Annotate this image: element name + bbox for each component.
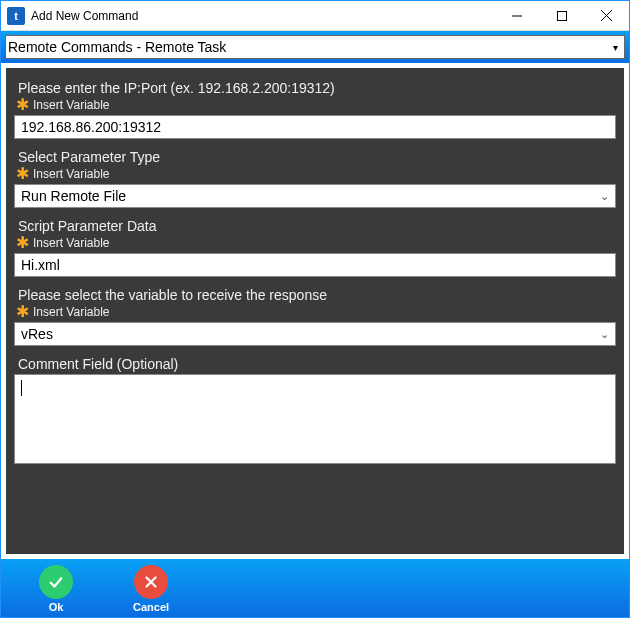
insert-variable-label: Insert Variable [33, 98, 109, 112]
field-response-var: Please select the variable to receive th… [14, 285, 616, 346]
response-var-select[interactable]: vRes ⌄ [14, 322, 616, 346]
script-data-input[interactable]: Hi.xml [14, 253, 616, 277]
star-icon: ✱ [16, 306, 29, 318]
cancel-button[interactable]: Cancel [133, 565, 169, 613]
maximize-icon [557, 11, 567, 21]
ok-button[interactable]: Ok [39, 565, 73, 613]
star-icon: ✱ [16, 168, 29, 180]
field-comment: Comment Field (Optional) [14, 354, 616, 464]
field-param-type: Select Parameter Type ✱ Insert Variable … [14, 147, 616, 208]
field-ipport: Please enter the IP:Port (ex. 192.168.2.… [14, 78, 616, 139]
response-var-insert-variable[interactable]: ✱ Insert Variable [14, 305, 616, 322]
command-select[interactable]: Remote Commands - Remote Task ▾ [5, 35, 625, 59]
script-data-value: Hi.xml [21, 257, 60, 273]
insert-variable-label: Insert Variable [33, 167, 109, 181]
insert-variable-label: Insert Variable [33, 236, 109, 250]
app-icon: t [7, 7, 25, 25]
param-type-select[interactable]: Run Remote File ⌄ [14, 184, 616, 208]
close-icon [134, 565, 168, 599]
maximize-button[interactable] [539, 1, 584, 31]
ipport-insert-variable[interactable]: ✱ Insert Variable [14, 98, 616, 115]
minimize-icon [512, 11, 522, 21]
svg-rect-1 [557, 11, 566, 20]
close-button[interactable] [584, 1, 629, 31]
comment-textarea[interactable] [14, 374, 616, 464]
param-type-label: Select Parameter Type [14, 147, 616, 167]
comment-label: Comment Field (Optional) [14, 354, 616, 374]
insert-variable-label: Insert Variable [33, 305, 109, 319]
titlebar: t Add New Command [1, 1, 629, 31]
command-select-value: Remote Commands - Remote Task [8, 39, 226, 55]
ok-label: Ok [49, 601, 64, 613]
param-type-value: Run Remote File [21, 188, 126, 204]
response-var-value: vRes [21, 326, 53, 342]
ipport-value: 192.168.86.200:19312 [21, 119, 161, 135]
window-frame: t Add New Command Remote Commands - Remo… [0, 0, 630, 618]
response-var-label: Please select the variable to receive th… [14, 285, 616, 305]
footer: Ok Cancel [1, 559, 629, 617]
minimize-button[interactable] [494, 1, 539, 31]
field-script-data: Script Parameter Data ✱ Insert Variable … [14, 216, 616, 277]
param-type-insert-variable[interactable]: ✱ Insert Variable [14, 167, 616, 184]
star-icon: ✱ [16, 237, 29, 249]
text-cursor [21, 380, 22, 396]
main-panel: Please enter the IP:Port (ex. 192.168.2.… [6, 68, 624, 554]
check-icon [39, 565, 73, 599]
chevron-down-icon: ⌄ [600, 328, 609, 341]
chevron-down-icon: ⌄ [600, 190, 609, 203]
command-row: Remote Commands - Remote Task ▾ [1, 31, 629, 63]
ipport-input[interactable]: 192.168.86.200:19312 [14, 115, 616, 139]
ipport-label: Please enter the IP:Port (ex. 192.168.2.… [14, 78, 616, 98]
star-icon: ✱ [16, 99, 29, 111]
script-data-insert-variable[interactable]: ✱ Insert Variable [14, 236, 616, 253]
chevron-down-icon: ▾ [613, 42, 618, 53]
script-data-label: Script Parameter Data [14, 216, 616, 236]
close-icon [601, 10, 612, 21]
window-title: Add New Command [31, 9, 138, 23]
cancel-label: Cancel [133, 601, 169, 613]
